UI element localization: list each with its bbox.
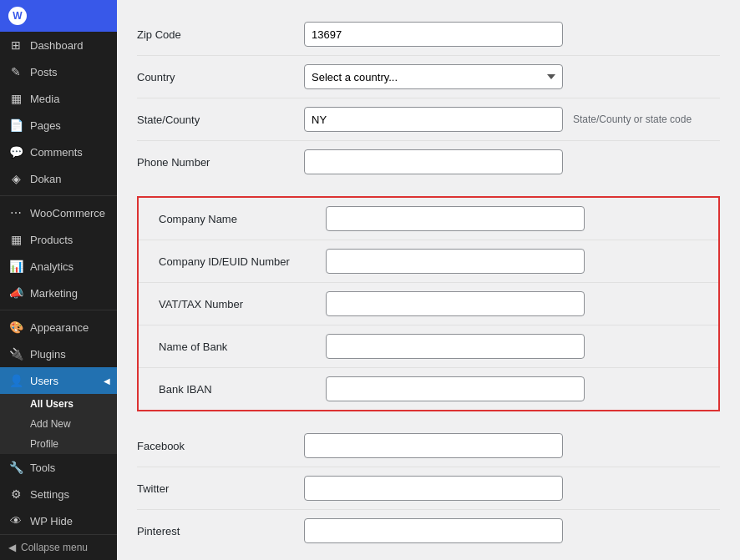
twitter-row: Twitter — [137, 467, 720, 510]
plugins-icon: 🔌 — [8, 347, 23, 361]
sidebar-divider — [0, 195, 117, 196]
facebook-label: Facebook — [137, 440, 304, 452]
users-submenu: All Users Add New Profile — [0, 394, 117, 454]
company-name-row: Company Name — [139, 198, 718, 240]
sidebar-item-label: WP Hide — [30, 515, 73, 527]
sidebar-item-label: Comments — [30, 146, 83, 159]
sidebar-item-pages[interactable]: 📄 Pages — [0, 112, 117, 139]
company-id-row: Company ID/EUID Number — [139, 240, 718, 283]
sidebar-item-settings[interactable]: ⚙ Settings — [0, 481, 117, 507]
sidebar-item-label: Dokan — [30, 173, 62, 185]
sidebar-item-plugins[interactable]: 🔌 Plugins — [0, 341, 117, 367]
sidebar-item-label: Pages — [30, 119, 61, 132]
users-icon: 👤 — [8, 374, 23, 387]
appearance-icon: 🎨 — [8, 320, 23, 334]
phone-input[interactable] — [304, 149, 563, 174]
analytics-icon: 📊 — [8, 260, 23, 273]
collapse-menu[interactable]: ◀ Collapse menu — [0, 534, 117, 560]
phone-row: Phone Number — [137, 141, 720, 183]
zip-code-input[interactable] — [304, 22, 563, 47]
state-hint: State/County or state code — [573, 114, 692, 125]
sidebar-item-products[interactable]: ▦ Products — [0, 226, 117, 253]
collapse-label: Collapse menu — [21, 542, 88, 553]
company-name-input[interactable] — [326, 206, 585, 231]
sidebar-item-label: Appearance — [30, 321, 89, 334]
sidebar-item-label: Marketing — [30, 287, 78, 300]
sidebar-item-wphide[interactable]: 👁 WP Hide — [0, 507, 117, 534]
company-name-label: Company Name — [159, 213, 326, 225]
sidebar-item-comments[interactable]: 💬 Comments — [0, 139, 117, 165]
posts-icon: ✎ — [8, 65, 23, 78]
sidebar-item-posts[interactable]: ✎ Posts — [0, 58, 117, 85]
comments-icon: 💬 — [8, 145, 23, 159]
settings-icon: ⚙ — [8, 487, 23, 501]
zip-code-row: Zip Code — [137, 13, 720, 56]
bank-iban-input[interactable] — [326, 376, 585, 401]
company-id-input[interactable] — [326, 249, 585, 274]
pinterest-label: Pinterest — [137, 525, 304, 537]
bank-name-row: Name of Bank — [139, 325, 718, 368]
sidebar-item-appearance[interactable]: 🎨 Appearance — [0, 314, 117, 341]
media-icon: ▦ — [8, 92, 23, 105]
sidebar-item-label: Plugins — [30, 348, 66, 361]
sidebar-item-label: Users — [30, 375, 58, 387]
bank-iban-row: Bank IBAN — [139, 368, 718, 410]
twitter-input[interactable] — [304, 476, 563, 501]
sidebar: W ⊞ Dashboard ✎ Posts ▦ Media 📄 Pages 💬 … — [0, 0, 117, 560]
country-select[interactable]: Select a country... United States United… — [304, 64, 563, 89]
submenu-all-users[interactable]: All Users — [0, 394, 117, 414]
dokan-icon: ◈ — [8, 172, 23, 185]
sidebar-item-media[interactable]: ▦ Media — [0, 85, 117, 112]
pages-icon: 📄 — [8, 119, 23, 132]
form-section-top: Zip Code Country Select a country... Uni… — [117, 0, 740, 196]
form-section-social: Facebook Twitter Pinterest — [117, 411, 740, 560]
sidebar-item-label: Dashboard — [30, 39, 84, 52]
zip-code-label: Zip Code — [137, 28, 304, 41]
facebook-row: Facebook — [137, 425, 720, 467]
vat-tax-input[interactable] — [326, 291, 585, 316]
woocommerce-icon: ⋯ — [8, 206, 23, 219]
bank-iban-label: Bank IBAN — [159, 383, 326, 396]
sidebar-item-analytics[interactable]: 📊 Analytics — [0, 253, 117, 280]
submenu-add-new[interactable]: Add New — [0, 414, 117, 434]
vat-tax-row: VAT/TAX Number — [139, 283, 718, 325]
products-icon: ▦ — [8, 233, 23, 246]
sidebar-item-label: Analytics — [30, 260, 73, 273]
bank-name-label: Name of Bank — [159, 341, 326, 353]
sidebar-item-users[interactable]: 👤 Users ◀ — [0, 367, 117, 394]
pinterest-row: Pinterest — [137, 510, 720, 552]
pinterest-input[interactable] — [304, 518, 563, 543]
sidebar-item-label: Media — [30, 93, 59, 105]
collapse-arrow-icon: ◀ — [8, 542, 16, 553]
sidebar-item-dokan[interactable]: ◈ Dokan — [0, 165, 117, 192]
bordered-section: Company Name Company ID/EUID Number VAT/… — [137, 196, 720, 411]
submenu-profile[interactable]: Profile — [0, 434, 117, 454]
company-id-label: Company ID/EUID Number — [159, 255, 326, 268]
sidebar-item-tools[interactable]: 🔧 Tools — [0, 454, 117, 481]
sidebar-item-label: Posts — [30, 66, 58, 78]
bank-name-input[interactable] — [326, 334, 585, 359]
wphide-icon: 👁 — [8, 514, 23, 527]
vat-tax-label: VAT/TAX Number — [159, 298, 326, 310]
main-content: Zip Code Country Select a country... Uni… — [117, 0, 740, 560]
sidebar-divider-2 — [0, 310, 117, 310]
state-input[interactable] — [304, 107, 563, 132]
sidebar-item-label: WooCommerce — [30, 207, 105, 219]
dashboard-icon: ⊞ — [8, 38, 23, 52]
marketing-icon: 📣 — [8, 286, 23, 300]
phone-label: Phone Number — [137, 156, 304, 169]
bordered-section-inner: Company Name Company ID/EUID Number VAT/… — [139, 198, 718, 410]
sidebar-item-label: Tools — [30, 462, 55, 474]
sidebar-item-woocommerce[interactable]: ⋯ WooCommerce — [0, 199, 117, 226]
tools-icon: 🔧 — [8, 461, 23, 474]
wp-icon: W — [8, 7, 27, 25]
sidebar-item-marketing[interactable]: 📣 Marketing — [0, 280, 117, 306]
sidebar-item-dashboard[interactable]: ⊞ Dashboard — [0, 32, 117, 58]
facebook-input[interactable] — [304, 433, 563, 458]
state-label: State/County — [137, 114, 304, 126]
sidebar-logo: W — [0, 0, 117, 32]
state-row: State/County State/County or state code — [137, 98, 720, 141]
country-label: Country — [137, 71, 304, 83]
sidebar-item-label: Products — [30, 234, 73, 246]
sidebar-item-label: Settings — [30, 488, 69, 501]
